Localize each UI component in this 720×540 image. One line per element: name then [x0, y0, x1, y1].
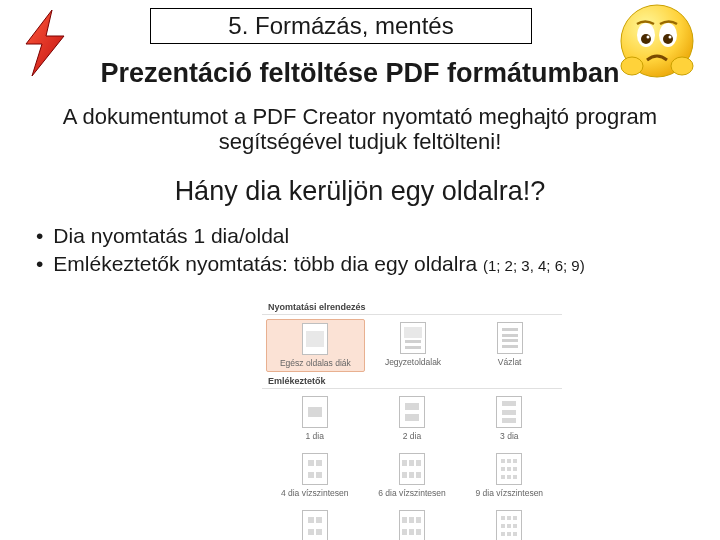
handout-option-4h[interactable]: 4 dia vízszintesen	[266, 450, 363, 501]
handout-option-1[interactable]: 1 dia	[266, 393, 363, 444]
handout-row: 1 dia 2 dia 3 dia	[262, 389, 562, 446]
bullet-item: • Dia nyomtatás 1 dia/oldal	[32, 222, 692, 250]
bullet-dot-icon: •	[36, 222, 43, 250]
svg-point-9	[669, 36, 672, 39]
layout-row: Egész oldalas diák Jegyzetoldalak Vázlat	[262, 315, 562, 374]
handout-option-6h[interactable]: 6 dia vízszintesen	[363, 450, 460, 501]
option-label: Vázlat	[498, 357, 522, 367]
thumb-icon	[496, 510, 522, 540]
option-label: 1 dia	[305, 431, 323, 441]
thumb-icon	[302, 453, 328, 485]
option-label: 2 dia	[403, 431, 421, 441]
layout-option-outline[interactable]: Vázlat	[461, 319, 558, 372]
handout-option-6v[interactable]: 6 dia függőlegesen	[363, 507, 460, 540]
option-label: 3 dia	[500, 431, 518, 441]
bullet-text: Emlékeztetők nyomtatás: több dia egy old…	[53, 250, 584, 278]
bullet-list: • Dia nyomtatás 1 dia/oldal • Emlékeztet…	[32, 222, 692, 279]
handout-option-9v[interactable]: 9 dia függőlegesen	[461, 507, 558, 540]
print-layout-panel: Nyomtatási elrendezés Egész oldalas diák…	[262, 300, 562, 534]
svg-point-6	[641, 34, 651, 44]
thumb-icon	[302, 323, 328, 355]
thumb-icon	[399, 396, 425, 428]
layout-option-full-slides[interactable]: Egész oldalas diák	[266, 319, 365, 372]
svg-point-7	[663, 34, 673, 44]
thumb-icon	[302, 510, 328, 540]
bullet-text: Dia nyomtatás 1 dia/oldal	[53, 222, 289, 250]
svg-point-8	[647, 36, 650, 39]
layout-option-notes[interactable]: Jegyzetoldalak	[365, 319, 462, 372]
thumb-icon	[400, 322, 426, 354]
thumb-icon	[496, 396, 522, 428]
handout-row: 4 dia függőlegesen 6 dia függőlegesen 9 …	[262, 503, 562, 540]
handout-option-4v[interactable]: 4 dia függőlegesen	[266, 507, 363, 540]
slide: 5. Formázás, mentés Prezentáció feltölté…	[0, 0, 720, 540]
question: Hány dia kerüljön egy oldalra!?	[0, 176, 720, 207]
option-label: Egész oldalas diák	[280, 358, 351, 368]
thumb-icon	[497, 322, 523, 354]
option-label: 6 dia vízszintesen	[378, 488, 446, 498]
subtitle: Prezentáció feltöltése PDF formátumban	[0, 58, 720, 89]
bullet-dot-icon: •	[36, 250, 43, 278]
thumb-icon	[302, 396, 328, 428]
option-label: 4 dia vízszintesen	[281, 488, 349, 498]
paragraph: A dokumentumot a PDF Creator nyomtató me…	[30, 104, 690, 155]
panel-section-title: Nyomtatási elrendezés	[262, 300, 562, 315]
handout-option-3[interactable]: 3 dia	[461, 393, 558, 444]
handout-row: 4 dia vízszintesen 6 dia vízszintesen 9 …	[262, 446, 562, 503]
option-label: Jegyzetoldalak	[385, 357, 441, 367]
handout-option-9h[interactable]: 9 dia vízszintesen	[461, 450, 558, 501]
bullet-item: • Emlékeztetők nyomtatás: több dia egy o…	[32, 250, 692, 278]
thumb-icon	[496, 453, 522, 485]
panel-section-title: Emlékeztetők	[262, 374, 562, 389]
title-box: 5. Formázás, mentés	[150, 8, 532, 44]
thumb-icon	[399, 453, 425, 485]
option-label: 9 dia vízszintesen	[476, 488, 544, 498]
thumb-icon	[399, 510, 425, 540]
title-text: 5. Formázás, mentés	[228, 12, 453, 40]
handout-option-2[interactable]: 2 dia	[363, 393, 460, 444]
